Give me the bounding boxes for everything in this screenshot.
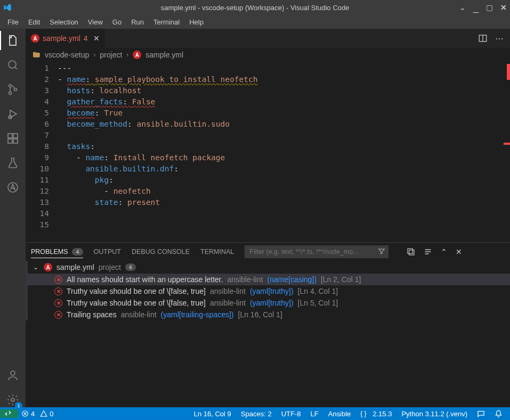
problem-message: Truthy value should be one of \[false, t… (67, 299, 206, 307)
svg-rect-7 (13, 139, 18, 143)
search-icon[interactable] (5, 57, 20, 72)
titlebar: sample.yml - vscode-setup (Workspace) - … (0, 0, 510, 15)
breadcrumb-item[interactable]: sample.yml (145, 51, 183, 59)
folder-icon (32, 51, 41, 59)
tab-problem-count: 4 (84, 34, 88, 43)
view-as-list-icon[interactable] (424, 248, 432, 256)
more-actions-icon[interactable]: ⋯ (495, 34, 504, 44)
problem-row[interactable]: ✕All names should start with an uppercas… (28, 274, 510, 285)
problem-rule-link[interactable]: (name[casing]) (267, 275, 317, 284)
status-bar: 4 0 Ln 16, Col 9 Spaces: 2 UTF-8 LF Ansi… (0, 407, 510, 420)
collapse-all-icon[interactable] (407, 248, 415, 256)
chevron-right-icon: › (93, 51, 95, 59)
problem-rule-link[interactable]: (yaml[truthy]) (250, 287, 294, 295)
problem-message: All names should start with an uppercase… (67, 275, 223, 284)
tab-close-icon[interactable]: ✕ (93, 34, 100, 43)
problem-file-dir: project (99, 263, 121, 271)
editor-region: A sample.yml 4 ✕ ⋯ vscode-setup (26, 29, 510, 407)
python-interpreter[interactable]: Python 3.11.2 (.venv) (398, 410, 471, 418)
problems-filter-input[interactable] (245, 245, 388, 258)
problem-file-name: sample.yml (56, 263, 94, 271)
error-icon: ✕ (54, 287, 62, 295)
ansible-version[interactable]: { } 2.15.3 (357, 410, 395, 418)
extensions-icon[interactable] (5, 131, 20, 146)
panel-tab-bar: PROBLEMS 4 OUTPUT DEBUG CONSOLE TERMINAL (26, 243, 510, 261)
chevron-down-icon[interactable]: ⌄ (459, 3, 466, 12)
panel-close-icon[interactable]: ✕ (456, 248, 462, 256)
problem-file-row[interactable]: ⌄ A sample.yml project 4 (28, 261, 510, 274)
code-editor[interactable]: 123456789101112131415 ---- name: sample … (26, 62, 510, 242)
explorer-icon[interactable] (5, 33, 20, 48)
flask-icon[interactable] (5, 155, 20, 170)
ansible-file-icon: A (133, 51, 141, 59)
tab-terminal[interactable]: TERMINAL (200, 246, 234, 258)
problem-row[interactable]: ✕Truthy value should be one of \[false, … (28, 297, 510, 309)
problem-file-count: 4 (125, 263, 136, 271)
menu-file[interactable]: File (3, 17, 23, 27)
indentation-status[interactable]: Spaces: 2 (238, 410, 275, 418)
minimize-button[interactable]: _ (473, 6, 479, 9)
problem-row[interactable]: ✕Trailing spaces ansible-lint(yaml[trail… (28, 309, 510, 320)
split-editor-icon[interactable] (478, 34, 488, 43)
ansible-file-icon: A (44, 263, 52, 271)
tab-filename: sample.yml (43, 34, 80, 43)
menu-selection[interactable]: Selection (45, 17, 82, 27)
tab-output[interactable]: OUTPUT (94, 246, 121, 258)
remote-indicator[interactable] (0, 409, 18, 418)
breadcrumb-item[interactable]: project (100, 51, 122, 59)
problem-source: ansible-lint (210, 287, 246, 295)
menubar: FileEditSelectionViewGoRunTerminalHelp (0, 15, 510, 29)
accounts-icon[interactable] (5, 368, 20, 383)
svg-point-1 (9, 85, 12, 87)
tab-problems[interactable]: PROBLEMS 4 (31, 246, 83, 258)
bottom-panel: PROBLEMS 4 OUTPUT DEBUG CONSOLE TERMINAL (26, 242, 510, 407)
problem-row[interactable]: ✕Truthy value should be one of \[false, … (28, 285, 510, 297)
filter-icon[interactable] (378, 248, 385, 255)
problem-location: [Ln 4, Col 1] (298, 287, 338, 295)
ansible-icon[interactable] (5, 180, 20, 195)
error-icon: ✕ (54, 299, 62, 307)
menu-terminal[interactable]: Terminal (149, 17, 184, 27)
cursor-position[interactable]: Ln 16, Col 9 (191, 410, 234, 418)
svg-point-11 (11, 398, 14, 401)
tab-label: PROBLEMS (31, 248, 68, 256)
tab-debug-console[interactable]: DEBUG CONSOLE (132, 246, 190, 258)
problem-location: [Ln 5, Col 1] (298, 299, 338, 307)
problem-rule-link[interactable]: (yaml[truthy]) (250, 299, 294, 307)
maximize-button[interactable]: ▢ (486, 3, 493, 12)
breadcrumb[interactable]: vscode-setup › project › A sample.yml (26, 48, 510, 62)
menu-help[interactable]: Help (185, 17, 208, 27)
problems-status[interactable]: 4 0 (18, 410, 56, 418)
settings-gear-icon[interactable]: 1 (5, 392, 20, 407)
menu-view[interactable]: View (84, 17, 107, 27)
notifications-icon[interactable] (491, 410, 506, 418)
svg-point-10 (11, 371, 15, 375)
menu-go[interactable]: Go (108, 17, 126, 27)
svg-rect-14 (409, 250, 414, 255)
problems-list: ⌄ A sample.yml project 4 ✕All names shou… (26, 261, 510, 407)
menu-run[interactable]: Run (127, 17, 148, 27)
problem-message: Trailing spaces (67, 310, 117, 319)
breadcrumb-item[interactable]: vscode-setup (45, 51, 89, 59)
source-control-icon[interactable] (5, 82, 20, 97)
overview-ruler[interactable] (503, 62, 510, 242)
warning-count: 0 (50, 410, 53, 418)
close-button[interactable]: ✕ (500, 3, 507, 12)
chevron-down-icon[interactable]: ⌄ (33, 263, 39, 271)
problem-source: ansible-lint (210, 299, 246, 307)
svg-point-2 (9, 92, 12, 95)
panel-maximize-icon[interactable]: ⌃ (441, 248, 447, 256)
feedback-icon[interactable] (474, 410, 488, 418)
code-area[interactable]: ---- name: sample playbook to install ne… (58, 62, 510, 230)
activity-bar: 1 (0, 29, 26, 407)
line-gutter: 123456789101112131415 (26, 62, 58, 242)
chevron-right-icon: › (126, 51, 128, 59)
run-debug-icon[interactable] (5, 106, 20, 121)
vscode-window: sample.yml - vscode-setup (Workspace) - … (0, 0, 510, 420)
encoding-status[interactable]: UTF-8 (278, 410, 304, 418)
tab-sample-yml[interactable]: A sample.yml 4 ✕ (26, 29, 106, 48)
problem-rule-link[interactable]: (yaml[trailing-spaces]) (161, 310, 234, 319)
eol-status[interactable]: LF (307, 410, 321, 418)
language-mode[interactable]: Ansible (325, 410, 354, 418)
menu-edit[interactable]: Edit (24, 17, 44, 27)
